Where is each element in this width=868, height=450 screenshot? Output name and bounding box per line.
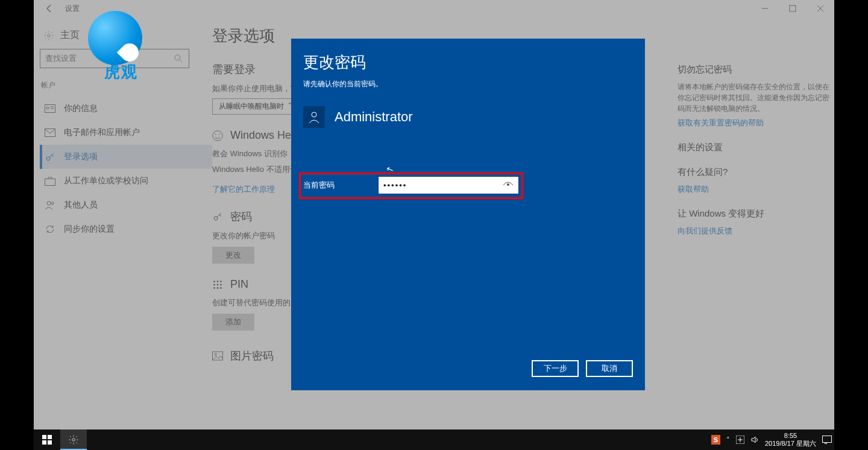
- sidebar-item-work-school[interactable]: 从工作单位或学校访问: [40, 169, 212, 193]
- minimize-button[interactable]: [751, 0, 779, 17]
- home-label: 主页: [60, 29, 80, 42]
- clock-time: 8:55: [765, 432, 816, 440]
- taskbar: S ˄ 8:55 2019/8/17 星期六: [34, 429, 834, 450]
- sidebar-item-signin-options[interactable]: 登录选项: [40, 145, 212, 169]
- svg-line-4: [180, 60, 182, 62]
- reveal-password-icon[interactable]: [503, 182, 514, 189]
- svg-line-21: [219, 215, 221, 217]
- next-button[interactable]: 下一步: [532, 360, 579, 377]
- clock-date: 2019/8/17 星期六: [765, 440, 816, 448]
- sidebar-item-label: 从工作单位或学校访问: [64, 176, 148, 186]
- sidebar-item-other-people[interactable]: 其他人员: [40, 193, 212, 217]
- reset-password-link[interactable]: 获取有关重置密码的帮助: [678, 118, 834, 128]
- svg-rect-37: [42, 440, 46, 445]
- svg-point-27: [220, 284, 222, 285]
- svg-point-33: [312, 112, 316, 117]
- add-pin-button[interactable]: 添加: [212, 314, 254, 331]
- svg-point-6: [46, 107, 49, 109]
- sidebar-item-your-info[interactable]: 你的信息: [40, 97, 212, 121]
- back-button[interactable]: [37, 0, 61, 17]
- svg-point-25: [213, 284, 215, 285]
- id-card-icon: [45, 103, 55, 114]
- feedback-link[interactable]: 向我们提供反馈: [678, 226, 834, 236]
- svg-point-29: [217, 287, 219, 289]
- current-password-input[interactable]: ••••••: [378, 176, 519, 194]
- taskbar-settings-button[interactable]: [60, 429, 87, 450]
- svg-point-28: [213, 287, 215, 289]
- sidebar-item-email[interactable]: 电子邮件和应用帐户: [40, 121, 212, 145]
- dialog-subtitle: 请先确认你的当前密码。: [291, 73, 645, 89]
- current-password-field: 当前密码 ••••••: [303, 176, 519, 194]
- user-row: Administrator: [291, 89, 645, 128]
- people-icon: [45, 200, 55, 211]
- right-h3: 有什么疑问?: [678, 166, 834, 178]
- right-h1: 切勿忘记密码: [678, 64, 834, 75]
- svg-point-3: [175, 55, 180, 60]
- gear-icon: [43, 30, 54, 41]
- right-pane: 切勿忘记密码 请将本地帐户的密码储存在安全的位置，以便在你忘记密码时将其找回。这…: [678, 17, 834, 429]
- sidebar: 主页 查找设置 帐户 你的信息 电子邮件和应用帐户: [34, 17, 212, 429]
- dialog-title: 更改密码: [291, 39, 645, 73]
- tray-chevron-icon[interactable]: ˄: [726, 436, 730, 444]
- svg-point-30: [220, 287, 222, 289]
- avatar: [303, 106, 325, 128]
- volume-icon[interactable]: [750, 436, 759, 444]
- user-name: Administrator: [335, 109, 413, 125]
- svg-point-16: [213, 130, 222, 140]
- picture-icon: [212, 350, 223, 361]
- right-h4: 让 Windows 变得更好: [678, 208, 834, 220]
- svg-point-39: [72, 439, 75, 442]
- svg-rect-13: [45, 179, 55, 186]
- system-tray: S ˄ 8:55 2019/8/17 星期六: [711, 429, 832, 450]
- close-button[interactable]: [807, 0, 834, 17]
- svg-point-18: [219, 133, 220, 135]
- svg-point-22: [213, 280, 215, 282]
- svg-point-32: [215, 353, 216, 355]
- sidebar-item-label: 登录选项: [64, 151, 98, 162]
- svg-point-34: [507, 183, 509, 186]
- key-icon: [212, 211, 223, 222]
- hello-icon: [212, 130, 223, 141]
- svg-line-12: [52, 155, 54, 157]
- svg-point-14: [47, 201, 51, 205]
- taskbar-clock[interactable]: 8:55 2019/8/17 星期六: [765, 432, 816, 448]
- svg-rect-9: [45, 129, 55, 137]
- svg-point-2: [48, 34, 51, 37]
- svg-point-24: [220, 280, 222, 282]
- svg-rect-38: [48, 440, 52, 445]
- ime-icon[interactable]: S: [711, 435, 720, 445]
- briefcase-icon: [45, 176, 55, 186]
- search-icon: [173, 53, 184, 64]
- sidebar-item-label: 你的信息: [64, 103, 98, 114]
- sidebar-category: 帐户: [41, 80, 212, 90]
- sync-icon: [45, 224, 55, 235]
- svg-rect-43: [823, 436, 832, 443]
- mail-icon: [45, 127, 55, 138]
- password-value: ••••••: [383, 181, 407, 190]
- svg-point-23: [217, 280, 219, 282]
- svg-rect-35: [42, 435, 46, 439]
- svg-rect-1: [790, 5, 796, 11]
- search-input[interactable]: 查找设置: [40, 49, 189, 68]
- titlebar: 设置: [34, 0, 834, 17]
- cancel-button[interactable]: 取消: [586, 360, 633, 377]
- home-button[interactable]: 主页: [43, 29, 212, 42]
- field-label: 当前密码: [303, 180, 378, 191]
- window-controls: [751, 0, 834, 17]
- network-icon[interactable]: [736, 436, 744, 444]
- get-help-link[interactable]: 获取帮助: [678, 184, 834, 195]
- maximize-button[interactable]: [779, 0, 807, 17]
- svg-point-26: [217, 284, 219, 285]
- svg-rect-36: [48, 435, 52, 439]
- svg-point-17: [215, 133, 216, 135]
- start-button[interactable]: [34, 429, 60, 450]
- change-password-dialog: 更改密码 请先确认你的当前密码。 Administrator 当前密码 ••••…: [291, 39, 645, 390]
- window-title: 设置: [65, 4, 80, 14]
- change-password-button[interactable]: 更改: [212, 247, 254, 264]
- sidebar-item-sync[interactable]: 同步你的设置: [40, 217, 212, 241]
- action-center-icon[interactable]: [822, 436, 832, 444]
- sidebar-item-label: 电子邮件和应用帐户: [64, 127, 140, 138]
- right-h2: 相关的设置: [678, 142, 834, 153]
- right-p1: 请将本地帐户的密码储存在安全的位置，以便在你忘记密码时将其找回。这能避免你因为忘…: [678, 81, 834, 114]
- sidebar-item-label: 同步你的设置: [64, 224, 115, 235]
